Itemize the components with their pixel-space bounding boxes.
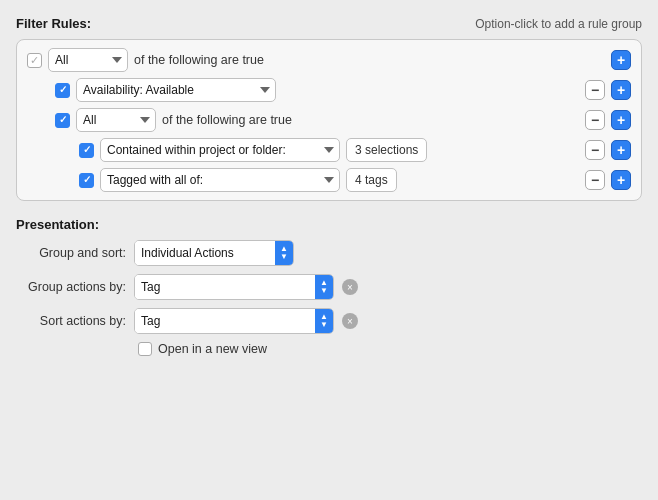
- group-sort-stepper[interactable]: ▲ ▼: [275, 241, 293, 265]
- group-actions-row: Group actions by: Tag Project Due Date N…: [16, 274, 642, 300]
- group-actions-stepper[interactable]: ▲ ▼: [315, 275, 333, 299]
- filter-rule-row-1: ✓ All Any None of the following are true…: [27, 48, 631, 72]
- rule-3-text: of the following are true: [162, 113, 292, 127]
- rule-4-add-button[interactable]: +: [611, 140, 631, 160]
- filter-rule-row-3: All Any None of the following are true −…: [27, 108, 631, 132]
- rule-3-add-button[interactable]: +: [611, 110, 631, 130]
- rule-2-checkbox[interactable]: [55, 83, 70, 98]
- sort-actions-stepper[interactable]: ▲ ▼: [315, 309, 333, 333]
- rule-4-dropdown[interactable]: Contained within project or folder: Tagg…: [100, 138, 340, 162]
- group-actions-dropdown[interactable]: Tag Project Due Date None: [135, 275, 315, 299]
- group-sort-row: Group and sort: Individual Actions Proje…: [16, 240, 642, 266]
- rule-2-dropdown[interactable]: Availability: Available Availability: Re…: [76, 78, 276, 102]
- rule-4-selections[interactable]: 3 selections: [346, 138, 427, 162]
- rule-3-dropdown[interactable]: All Any None: [76, 108, 156, 132]
- rule-5-dropdown[interactable]: Tagged with all of: Contained within pro…: [100, 168, 340, 192]
- group-actions-down-arrow[interactable]: ▼: [315, 287, 333, 295]
- rule-1-dropdown[interactable]: All Any None: [48, 48, 128, 72]
- rule-5-add-button[interactable]: +: [611, 170, 631, 190]
- group-sort-down-arrow[interactable]: ▼: [275, 253, 293, 261]
- filter-rules-hint: Option-click to add a rule group: [475, 17, 642, 31]
- new-view-checkbox[interactable]: [138, 342, 152, 356]
- filter-rule-row-5: Tagged with all of: Contained within pro…: [27, 168, 631, 192]
- rule-5-remove-button[interactable]: −: [585, 170, 605, 190]
- presentation-section: Presentation: Group and sort: Individual…: [16, 217, 642, 356]
- group-sort-dropdown[interactable]: Individual Actions Projects Tags Ungroup…: [135, 241, 275, 265]
- group-sort-select-wrapper[interactable]: Individual Actions Projects Tags Ungroup…: [134, 240, 294, 266]
- rule-4-checkbox[interactable]: [79, 143, 94, 158]
- rule-3-remove-button[interactable]: −: [585, 110, 605, 130]
- filter-rules-box: ✓ All Any None of the following are true…: [16, 39, 642, 201]
- new-view-label: Open in a new view: [158, 342, 267, 356]
- filter-rule-row-4: Contained within project or folder: Tagg…: [27, 138, 631, 162]
- rule-1-text: of the following are true: [134, 53, 264, 67]
- group-sort-label: Group and sort:: [16, 246, 126, 260]
- rule-1-checkbox[interactable]: ✓: [27, 53, 42, 68]
- presentation-header: Presentation:: [16, 217, 642, 232]
- rule-2-add-button[interactable]: +: [611, 80, 631, 100]
- sort-actions-select-wrapper[interactable]: Tag Project Due Date Name ▲ ▼: [134, 308, 334, 334]
- sort-actions-remove-button[interactable]: ×: [342, 313, 358, 329]
- filter-rules-section: Filter Rules: Option-click to add a rule…: [16, 16, 642, 201]
- rule-1-add-button[interactable]: +: [611, 50, 631, 70]
- filter-rules-title: Filter Rules:: [16, 16, 91, 31]
- presentation-title: Presentation:: [16, 217, 99, 232]
- group-actions-remove-button[interactable]: ×: [342, 279, 358, 295]
- group-actions-label: Group actions by:: [16, 280, 126, 294]
- sort-actions-row: Sort actions by: Tag Project Due Date Na…: [16, 308, 642, 334]
- rule-3-checkbox[interactable]: [55, 113, 70, 128]
- rule-5-checkbox[interactable]: [79, 173, 94, 188]
- sort-actions-dropdown[interactable]: Tag Project Due Date Name: [135, 309, 315, 333]
- group-actions-select-wrapper[interactable]: Tag Project Due Date None ▲ ▼: [134, 274, 334, 300]
- filter-rule-row-2: Availability: Available Availability: Re…: [27, 78, 631, 102]
- sort-actions-down-arrow[interactable]: ▼: [315, 321, 333, 329]
- rule-5-tags[interactable]: 4 tags: [346, 168, 397, 192]
- rule-4-remove-button[interactable]: −: [585, 140, 605, 160]
- filter-rules-header: Filter Rules: Option-click to add a rule…: [16, 16, 642, 31]
- new-view-row: Open in a new view: [16, 342, 642, 356]
- sort-actions-label: Sort actions by:: [16, 314, 126, 328]
- rule-2-remove-button[interactable]: −: [585, 80, 605, 100]
